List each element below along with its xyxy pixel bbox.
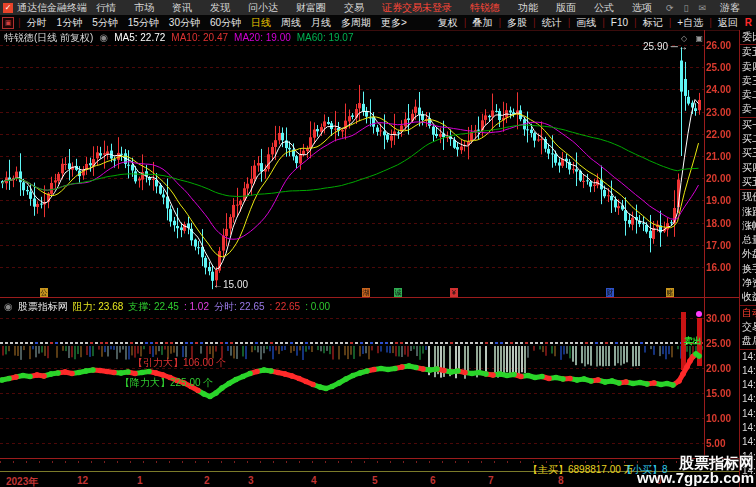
sidebar-field-卖五: 卖五 [740,45,756,59]
indicator-value: : 0.00 [305,301,330,312]
period-toolbar: ▣ | 分时1分钟5分钟15分钟30分钟60分钟日线周线月线多周期更多> 复权|… [0,15,756,31]
period-tab-分时[interactable]: 分时 [27,17,47,28]
event-marker[interactable]: 湖 [362,288,370,297]
menu-item-问小达[interactable]: 问小达 [248,2,278,13]
date-axis-label: 12 [77,475,88,486]
ma-label: MA10: 20.47 [171,32,228,43]
current-stock-shortcut[interactable]: 特锐德 [470,1,500,15]
sidebar-field-买五: 买五 [740,175,756,189]
collapse-icon[interactable]: ◉ [4,301,13,312]
separator: | [498,17,501,28]
period-tab-5分钟[interactable]: 5分钟 [92,17,118,28]
tool-返回[interactable]: 返回 [718,17,738,28]
period-tab-更多>[interactable]: 更多> [381,17,407,28]
app-title: 通达信金融终端 [17,1,87,15]
layout-grid-icon[interactable]: ▣ [2,17,14,29]
price-axis-label: 26.00 [706,40,738,51]
separator: | [568,17,571,28]
period-tab-周线[interactable]: 周线 [281,17,301,28]
date-axis-label: 7 [488,475,494,486]
sidebar-time-row: 14:56 [740,407,756,421]
app-brand[interactable]: ✓ 通达信金融终端 [3,1,87,15]
ma-label: MA5: 22.72 [114,32,165,43]
sell-signal-label: 卖出 [684,335,702,348]
indicator-value: : 22.65 [270,301,301,312]
sidebar-field-总量: 总量 [740,233,756,247]
top-menu-bar: ✓ 通达信金融终端 行情市场资讯发现问小达财富圈交易 证券交易未登录 特锐德 功… [0,0,756,16]
event-marker[interactable]: 公 [40,288,48,297]
sidebar-field-净资: 净资 [740,276,756,290]
period-tabs: 分时1分钟5分钟15分钟30分钟60分钟日线周线月线多周期更多> [22,16,412,30]
period-tab-月线[interactable]: 月线 [311,17,331,28]
period-tab-30分钟[interactable]: 30分钟 [169,17,200,28]
tool-叠加[interactable]: 叠加 [472,17,492,28]
tool-统计[interactable]: 统计 [542,17,562,28]
price-axis-label: 20.00 [706,173,738,184]
tool-F10[interactable]: F10 [611,17,628,28]
menu-item-功能[interactable]: 功能 [518,2,538,13]
period-tab-60分钟[interactable]: 60分钟 [210,17,241,28]
separator: | [709,17,712,28]
event-marker[interactable]: ¥ [450,288,458,297]
main-buy-info: 【主买】6898817.00 万 [528,463,634,477]
high-price-label: 25.90 ─→ [643,41,688,52]
separator: | [602,17,605,28]
indicator-title-row: ◉股票指标网阻力: 23.68支撑: 22.45: 1.02分时: 22.65:… [4,300,335,312]
r-indicator-badge: R [745,17,752,28]
sidebar-field-涨跌: 涨跌 [740,205,756,219]
event-marker[interactable]: 赌 [666,288,674,297]
chart-canvas[interactable] [0,30,739,459]
sidebar-field-卖一: 卖一 [740,102,756,116]
sidebar-field-收益: 收益 [740,290,756,304]
refresh-icon[interactable]: ⟳ [666,3,674,13]
period-tab-1分钟[interactable]: 1分钟 [57,17,83,28]
sidebar-tab-交易[interactable]: 交易 [740,320,756,334]
phone-icon[interactable]: ▯ [684,3,689,13]
event-marker[interactable]: 财 [606,288,614,297]
date-axis-label: 4 [311,475,317,486]
tool-复权[interactable]: 复权 [438,17,458,28]
indicator-axis-label: 30.00 [706,313,738,324]
sidebar-tab-自动[interactable]: 自动 [740,306,756,320]
menu-item-市场[interactable]: 市场 [134,2,154,13]
menu-item-资讯[interactable]: 资讯 [172,2,192,13]
sidebar-field-涨幅: 涨幅 [740,219,756,233]
sidebar-field-买四: 买四 [740,161,756,175]
period-tab-多周期[interactable]: 多周期 [341,17,371,28]
menu-item-财富圈[interactable]: 财富圈 [296,2,326,13]
indicator-value: 阻力: 23.68 [73,301,124,312]
menu-item-发现[interactable]: 发现 [210,2,230,13]
login-status[interactable]: 证券交易未登录 [382,1,452,15]
period-tab-日线[interactable]: 日线 [251,17,271,28]
tool-+自选[interactable]: +自选 [677,17,703,28]
main-chart-title-row: 特锐德(日线 前复权)◉MA5: 22.72MA10: 20.47MA20: 1… [4,31,360,43]
menu-item-行情[interactable]: 行情 [96,2,116,13]
sidebar-field-卖二: 卖二 [740,88,756,102]
sidebar-time-row: 14:56 [740,435,756,449]
date-axis-label: 3 [248,475,254,486]
date-axis-label: 1 [137,475,143,486]
menu-item-交易[interactable]: 交易 [344,2,364,13]
menu-item-选项[interactable]: 选项 [632,2,652,13]
tool-标记[interactable]: 标记 [643,17,663,28]
guest-label[interactable]: 游客 [720,1,740,15]
separator: | [669,17,672,28]
indicator-value: : 1.02 [184,301,209,312]
tool-多股[interactable]: 多股 [507,17,527,28]
tool-画线[interactable]: 画线 [576,17,596,28]
indicator-axis-label: 25.00 [706,338,738,349]
menu-item-公式[interactable]: 公式 [594,2,614,13]
sidebar-tab-盘后[interactable]: 盘后 [740,334,756,348]
mail-icon[interactable]: ✉ [699,3,707,13]
event-marker[interactable]: 诚 [394,288,402,297]
separator: | [464,17,467,28]
collapse-icon[interactable]: ◉ [99,32,108,43]
sidebar-field-外盘: 外盘 [740,247,756,261]
sidebar-field-委比: 委比 [740,30,756,44]
sidebar-field-买三: 买三 [740,146,756,160]
menu-item-版面[interactable]: 版面 [556,2,576,13]
indicator-value: 分时: 22.65 [214,301,265,312]
menu-right-items: 功能版面公式选项 [509,1,661,15]
price-axis-label: 16.00 [706,262,738,273]
period-tab-15分钟[interactable]: 15分钟 [128,17,159,28]
